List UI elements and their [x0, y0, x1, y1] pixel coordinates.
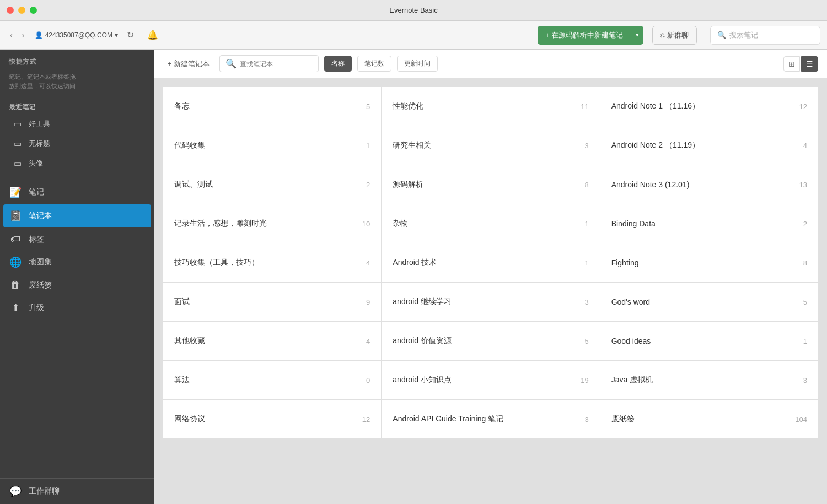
- search-notebook-box[interactable]: 🔍: [219, 55, 319, 72]
- view-toggle: ⊞ ☰: [783, 56, 818, 72]
- trash-icon: 🗑: [9, 279, 22, 291]
- notebook-grid: 备忘5性能优化11Android Note 1 （11.16）12代码收集1研究…: [154, 78, 827, 504]
- sidebar-nav-notes[interactable]: 📝 笔记: [0, 181, 154, 204]
- user-icon: 👤: [35, 31, 43, 39]
- notebook-cell[interactable]: 记录生活，感想，雕刻时光10: [163, 204, 381, 243]
- new-note-dropdown-button[interactable]: ▾: [631, 26, 643, 45]
- sort-by-count-button[interactable]: 笔记数: [357, 56, 391, 72]
- sidebar-item-recent-label-2: 头像: [29, 159, 43, 169]
- notebook-count: 5: [357, 102, 370, 111]
- notebook-cell[interactable]: Fighting8: [600, 243, 818, 282]
- notebook-cell[interactable]: 备忘5: [163, 87, 381, 126]
- search-icon: 🔍: [717, 31, 726, 39]
- user-dropdown-icon: ▾: [115, 31, 118, 39]
- notebook-cell[interactable]: Android Note 2 （11.19）4: [600, 126, 818, 165]
- main-content: + 新建笔记本 🔍 名称 笔记数 更新时间 ⊞ ☰ 备忘5性能优化11Andro…: [154, 50, 827, 504]
- sync-button[interactable]: ↻: [122, 28, 138, 42]
- list-view-button[interactable]: ☰: [801, 56, 818, 72]
- notebook-cell[interactable]: 研究生相关3: [382, 126, 599, 165]
- search-box[interactable]: 🔍 搜索笔记: [710, 26, 820, 45]
- notebook-cell[interactable]: 面试9: [163, 283, 381, 321]
- maximize-button[interactable]: [30, 7, 37, 14]
- notebook-count: 104: [794, 415, 807, 424]
- notebook-cell[interactable]: 废纸篓104: [600, 400, 818, 438]
- notebook-cell[interactable]: Android 技术1: [382, 243, 599, 282]
- sidebar-nav-atlas[interactable]: 🌐 地图集: [0, 251, 154, 274]
- grid-view-button[interactable]: ⊞: [783, 56, 800, 72]
- sidebar-bottom: 💬 工作群聊: [0, 478, 154, 504]
- notebook-cell[interactable]: 算法0: [163, 361, 381, 399]
- notebook-count: 8: [794, 259, 807, 267]
- notebook-name: Android Note 2 （11.19）: [611, 140, 794, 150]
- new-chat-button[interactable]: ⎌ 新群聊: [652, 26, 697, 45]
- notebook-count: 1: [576, 259, 589, 267]
- sidebar-nav-upgrade[interactable]: ⬆ 升级: [0, 296, 154, 319]
- notebook-cell[interactable]: 杂物1: [382, 204, 599, 243]
- new-note-button[interactable]: + 在源码解析中新建笔记: [538, 26, 631, 45]
- notebook-count: 1: [357, 142, 370, 150]
- notebook-cell[interactable]: 代码收集1: [163, 126, 381, 165]
- notebooks-icon: 📓: [9, 210, 22, 222]
- sidebar-item-recent-2[interactable]: ▭ 头像: [3, 154, 151, 173]
- notebook-cell[interactable]: android 继续学习3: [382, 283, 599, 321]
- minimize-button[interactable]: [18, 7, 25, 14]
- sidebar-item-recent-label-0: 好工具: [29, 119, 50, 129]
- sort-by-date-button[interactable]: 更新时间: [397, 56, 438, 72]
- forward-button[interactable]: ›: [18, 28, 28, 42]
- notebook-count: 19: [576, 376, 589, 384]
- notebook-cell[interactable]: Java 虚拟机3: [600, 361, 818, 399]
- sidebar-nav-trash[interactable]: 🗑 废纸篓: [0, 274, 154, 296]
- notebook-count: 0: [357, 376, 370, 384]
- notebook-name: 源码解析: [393, 180, 575, 189]
- notebook-cell[interactable]: Android Note 1 （11.16）12: [600, 87, 818, 126]
- notes-icon: 📝: [9, 186, 22, 198]
- sidebar-nav-notebooks[interactable]: 📓 笔记本: [3, 204, 151, 227]
- notebook-cell[interactable]: 源码解析8: [382, 165, 599, 204]
- notebook-cell[interactable]: 技巧收集（工具，技巧）4: [163, 243, 381, 282]
- sidebar-nav-tags-label: 标签: [29, 235, 44, 245]
- notebook-cell[interactable]: Good ideas1: [600, 322, 818, 360]
- back-button[interactable]: ‹: [7, 28, 16, 42]
- search-notebook-input[interactable]: [240, 60, 312, 68]
- search-placeholder: 搜索笔记: [729, 30, 758, 40]
- notebook-cell[interactable]: 调试、测试2: [163, 165, 381, 204]
- notebook-cell[interactable]: God's word5: [600, 283, 818, 321]
- notebook-count: 4: [357, 337, 370, 345]
- new-notebook-button[interactable]: + 新建笔记本: [163, 56, 214, 72]
- nav-buttons: ‹ ›: [7, 28, 28, 42]
- notebook-count: 1: [794, 337, 807, 345]
- notebook-count: 5: [794, 298, 807, 306]
- notebook-name: Good ideas: [611, 337, 794, 345]
- sidebar-nav-tags[interactable]: 🏷 标签: [0, 228, 154, 251]
- sidebar-item-recent-1[interactable]: ▭ 无标题: [3, 134, 151, 153]
- notebook-name: 算法: [174, 375, 357, 385]
- notebook-count: 2: [794, 220, 807, 228]
- user-info[interactable]: 👤 424335087@QQ.COM ▾: [35, 31, 118, 39]
- notebook-count: 10: [357, 220, 370, 228]
- notebook-name: android 小知识点: [393, 375, 575, 385]
- sidebar-nav-chat[interactable]: 💬 工作群聊: [0, 479, 154, 504]
- notebook-name: 研究生相关: [393, 140, 575, 150]
- notebook-cell[interactable]: 性能优化11: [382, 87, 599, 126]
- notebook-name: 记录生活，感想，雕刻时光: [174, 219, 357, 229]
- sidebar: 快捷方式 笔记、笔记本或者标签拖放到这里，可以快速访问 最近笔记 ▭ 好工具 ▭…: [0, 50, 154, 504]
- notebook-cell[interactable]: android 小知识点19: [382, 361, 599, 399]
- note-icon-0: ▭: [12, 119, 23, 129]
- notebook-cell[interactable]: Android API Guide Training 笔记3: [382, 400, 599, 438]
- notebook-name: 其他收藏: [174, 336, 357, 346]
- sidebar-nav-upgrade-label: 升级: [29, 303, 44, 313]
- notebook-count: 3: [576, 298, 589, 306]
- notebook-name: Android 技术: [393, 258, 575, 268]
- notebook-cell[interactable]: 其他收藏4: [163, 322, 381, 360]
- notebook-cell[interactable]: android 价值资源5: [382, 322, 599, 360]
- sort-by-name-button[interactable]: 名称: [324, 56, 352, 72]
- close-button[interactable]: [7, 7, 14, 14]
- sidebar-item-recent-0[interactable]: ▭ 好工具: [3, 115, 151, 133]
- notebook-toolbar: + 新建笔记本 🔍 名称 笔记数 更新时间 ⊞ ☰: [154, 50, 827, 78]
- notebook-name: 性能优化: [393, 101, 575, 111]
- notebook-cell[interactable]: 网络协议12: [163, 400, 381, 438]
- notebook-cell[interactable]: Android Note 3 (12.01)13: [600, 165, 818, 204]
- notebook-cell[interactable]: Binding Data2: [600, 204, 818, 243]
- notebook-name: 网络协议: [174, 414, 357, 424]
- bell-button[interactable]: 🔔: [143, 28, 163, 42]
